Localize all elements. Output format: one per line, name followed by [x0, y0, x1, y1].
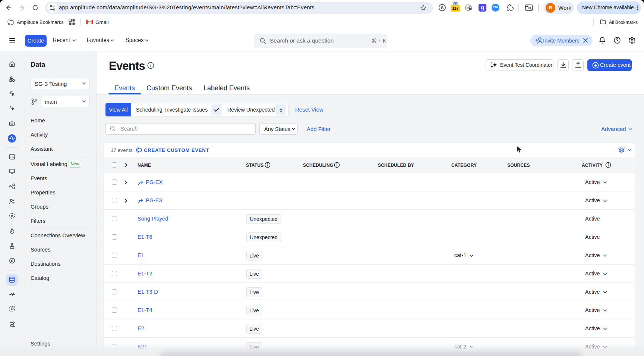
svg-text:A: A — [441, 5, 444, 10]
